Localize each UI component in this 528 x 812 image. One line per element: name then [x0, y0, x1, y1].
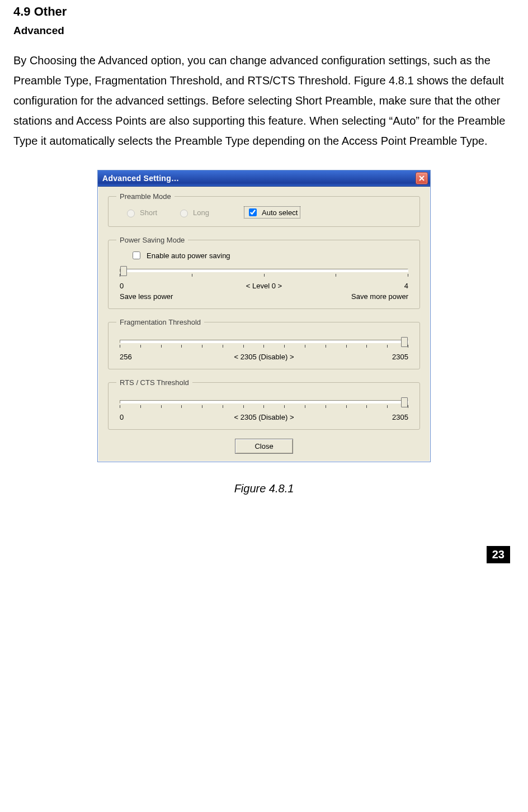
power-right-label: Save more power: [351, 292, 408, 301]
power-enable-label: Enable auto power saving: [147, 251, 230, 260]
power-slider[interactable]: [120, 269, 408, 272]
rts-min: 0: [120, 413, 229, 421]
power-enable-row[interactable]: Enable auto power saving: [116, 250, 412, 261]
preamble-long-option[interactable]: Long: [177, 208, 209, 217]
figure-caption: Figure 4.8.1: [13, 482, 515, 495]
preamble-legend: Preamble Mode: [116, 192, 175, 201]
fragmentation-min: 256: [120, 353, 229, 361]
dialog-titlebar: Advanced Setting…: [98, 170, 430, 187]
fragmentation-slider-ticks: [120, 345, 408, 349]
preamble-short-radio[interactable]: [127, 210, 135, 217]
window-close-button[interactable]: [416, 172, 428, 184]
power-saving-group: Power Saving Mode Enable auto power savi…: [108, 236, 420, 309]
rts-max: 2305: [299, 413, 408, 421]
preamble-auto-checkbox[interactable]: [249, 208, 257, 216]
rts-slider[interactable]: [120, 400, 408, 403]
power-legend: Power Saving Mode: [116, 236, 188, 244]
section-heading: 4.9 Other: [13, 4, 515, 19]
preamble-long-label: Long: [193, 208, 209, 217]
fragmentation-max: 2305: [299, 353, 408, 361]
rts-slider-ticks: [120, 405, 408, 410]
preamble-auto-option[interactable]: Auto select: [244, 206, 300, 219]
fragmentation-legend: Fragmentation Threshold: [116, 318, 204, 326]
rts-cts-group: RTS / CTS Threshold 0 < 2305 (Disable) >…: [108, 378, 420, 430]
rts-slider-thumb[interactable]: [401, 397, 408, 407]
dialog-title: Advanced Setting…: [102, 174, 179, 183]
fragmentation-slider-thumb[interactable]: [401, 337, 408, 347]
power-level: < Level 0 >: [246, 282, 282, 290]
preamble-short-label: Short: [140, 208, 157, 217]
power-slider-ticks: [120, 274, 408, 278]
preamble-long-radio[interactable]: [180, 210, 188, 217]
sub-heading: Advanced: [13, 25, 515, 37]
power-left-label: Save less power: [120, 292, 173, 301]
power-max: 4: [287, 282, 408, 290]
fragmentation-value: < 2305 (Disable) >: [234, 353, 294, 361]
fragmentation-group: Fragmentation Threshold 256 < 2305 (Disa…: [108, 318, 420, 369]
page-number: 23: [487, 546, 510, 563]
close-icon: [418, 175, 425, 182]
rts-value: < 2305 (Disable) >: [234, 413, 294, 421]
body-paragraph: By Choosing the Advanced option, you can…: [13, 50, 515, 151]
rts-legend: RTS / CTS Threshold: [116, 378, 192, 387]
close-button[interactable]: Close: [235, 439, 293, 454]
fragmentation-slider[interactable]: [120, 340, 408, 343]
preamble-short-option[interactable]: Short: [124, 208, 157, 217]
power-enable-checkbox[interactable]: [133, 251, 140, 259]
power-slider-thumb[interactable]: [120, 266, 127, 276]
preamble-mode-group: Preamble Mode Short Long Auto select: [108, 192, 420, 227]
preamble-auto-label: Auto select: [262, 208, 298, 217]
power-min: 0: [120, 282, 241, 290]
advanced-settings-dialog: Advanced Setting… Preamble Mode Short: [97, 170, 431, 462]
